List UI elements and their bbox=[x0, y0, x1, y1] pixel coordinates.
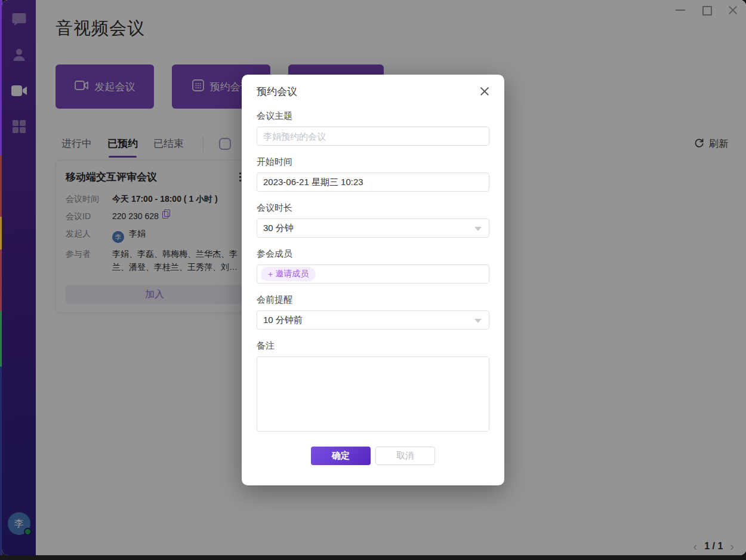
reminder-select[interactable]: 10 分钟前 bbox=[257, 310, 489, 330]
notes-label: 备注 bbox=[257, 340, 489, 352]
chevron-down-icon bbox=[474, 319, 482, 323]
members-field[interactable]: + 邀请成员 bbox=[257, 264, 489, 284]
invite-members-label: 邀请成员 bbox=[275, 269, 309, 279]
notes-textarea[interactable] bbox=[257, 356, 489, 432]
reminder-value: 10 分钟前 bbox=[263, 315, 303, 326]
plus-icon: + bbox=[268, 269, 273, 279]
reminder-label: 会前提醒 bbox=[257, 294, 489, 306]
members-label: 参会成员 bbox=[257, 248, 489, 260]
duration-label: 会议时长 bbox=[257, 202, 489, 214]
confirm-button[interactable]: 确定 bbox=[311, 447, 371, 465]
modal-close-icon[interactable] bbox=[480, 87, 489, 96]
start-time-label: 开始时间 bbox=[257, 156, 489, 168]
invite-members-button[interactable]: + 邀请成员 bbox=[261, 267, 316, 281]
app-window: 音视频会议 发起会议 预约 bbox=[2, 0, 746, 555]
modal-title: 预约会议 bbox=[257, 85, 297, 99]
duration-value: 30 分钟 bbox=[263, 223, 294, 234]
topic-input[interactable] bbox=[257, 127, 489, 146]
duration-select[interactable]: 30 分钟 bbox=[257, 219, 489, 238]
schedule-meeting-modal: 预约会议 会议主题 开始时间 会议时长 30 分钟 参会成员 + 邀请成员 bbox=[242, 75, 504, 485]
topic-label: 会议主题 bbox=[257, 110, 489, 122]
chevron-down-icon bbox=[474, 227, 482, 231]
cancel-button[interactable]: 取消 bbox=[375, 447, 435, 465]
start-time-input[interactable] bbox=[257, 173, 489, 192]
